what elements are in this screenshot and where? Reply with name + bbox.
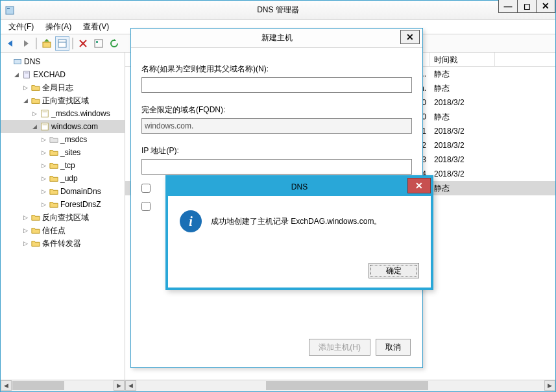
up-button[interactable]	[40, 36, 54, 51]
tree-label: windows.com	[51, 122, 98, 131]
msgbox-title: DNS	[291, 182, 308, 191]
tree-node-sub-msdcs[interactable]: ▷_msdcs	[1, 133, 125, 146]
name-label: 名称(如果为空则使用其父域名称)(N):	[141, 64, 412, 75]
svg-rect-6	[58, 40, 66, 47]
tree: DNS ◢EXCHAD ▷全局日志 ◢正向查找区域 ▷_msdcs.window…	[1, 55, 125, 250]
menu-view[interactable]: 查看(V)	[78, 20, 114, 34]
folder-icon	[30, 95, 41, 106]
close-button[interactable]: ✕	[536, 0, 555, 13]
tree-label: _udp	[60, 174, 78, 183]
tree-node-dns[interactable]: DNS	[1, 55, 125, 68]
tree-node-revzones[interactable]: ▷反向查找区域	[1, 211, 125, 224]
svg-rect-18	[42, 123, 49, 130]
scroll-left-button[interactable]: ◀	[125, 380, 136, 391]
tree-label: _sites	[60, 148, 80, 157]
scroll-right-button[interactable]: ▶	[544, 380, 555, 391]
msgbox-body: i 成功地创建了主机记录 ExchDAG.windows.com。	[168, 196, 431, 247]
dialog-buttons: 添加主机(H) 取消	[309, 339, 411, 356]
ip-label: IP 地址(P):	[141, 145, 412, 156]
separator	[72, 38, 73, 49]
msgbox-buttons: 确定	[369, 263, 419, 278]
delete-button[interactable]	[76, 36, 90, 51]
scroll-track[interactable]	[12, 380, 114, 391]
tree-node-fwdzones[interactable]: ◢正向查找区域	[1, 94, 125, 107]
scroll-thumb[interactable]	[12, 381, 64, 390]
forward-button[interactable]	[19, 36, 33, 51]
cell-timestamp: 静态	[430, 69, 495, 80]
name-input[interactable]	[141, 77, 412, 93]
menu-action[interactable]: 操作(A)	[40, 20, 77, 34]
cell-timestamp: 2018/3/2	[430, 155, 495, 164]
tree-label: DNS	[24, 57, 40, 66]
zone-icon	[40, 121, 50, 132]
scroll-right-button[interactable]: ▶	[114, 380, 125, 391]
folder-grey-icon	[49, 134, 59, 145]
tree-node-sub-domaindns[interactable]: ▷DomainDns	[1, 185, 125, 198]
allow-checkbox[interactable]	[141, 202, 151, 211]
tree-label: EXCHAD	[33, 70, 66, 79]
svg-marker-3	[24, 40, 29, 47]
info-icon: i	[180, 210, 202, 232]
refresh2-button[interactable]	[107, 36, 121, 51]
back-button[interactable]	[3, 36, 18, 51]
tree-node-sub-sites[interactable]: ▷_sites	[1, 146, 125, 159]
horizontal-scrollbar: ◀ ▶ ◀ ▶	[1, 380, 555, 391]
svg-rect-4	[43, 42, 51, 47]
minimize-button[interactable]: —	[498, 0, 518, 13]
properties-button[interactable]	[55, 36, 69, 51]
msgbox-text: 成功地创建了主机记录 ExchDAG.windows.com。	[211, 216, 381, 227]
add-host-button[interactable]: 添加主机(H)	[309, 339, 370, 356]
cell-timestamp: 2018/3/2	[430, 127, 495, 136]
tree-node-sub-tcp[interactable]: ▷_tcp	[1, 159, 125, 172]
tree-label: _msdcs.windows	[51, 109, 110, 118]
ip-input[interactable]	[141, 159, 412, 175]
tree-node-sub-udp[interactable]: ▷_udp	[1, 172, 125, 185]
refresh-button[interactable]	[91, 36, 106, 51]
col-header-timestamp[interactable]: 时间戳	[430, 53, 495, 66]
svg-rect-16	[42, 110, 49, 117]
cancel-button[interactable]: 取消	[376, 339, 411, 356]
tree-label: 正向查找区域	[42, 95, 89, 106]
dialog-titlebar: 新建主机 ✕	[131, 29, 422, 48]
tree-node-trust[interactable]: ▷信任点	[1, 224, 125, 237]
svg-marker-12	[114, 39, 116, 41]
svg-rect-14	[24, 71, 30, 79]
tree-node-sub-forestdns[interactable]: ▷ForestDnsZ	[1, 198, 125, 211]
tree-label: 全局日志	[42, 82, 73, 93]
ptr-checkbox[interactable]	[141, 184, 151, 193]
svg-rect-1	[7, 8, 10, 9]
svg-marker-5	[44, 39, 49, 42]
folder-icon	[49, 147, 59, 158]
folder-icon	[49, 160, 59, 171]
tree-node-windows-zone[interactable]: ◢windows.com	[1, 120, 125, 133]
menu-file[interactable]: 文件(F)	[3, 20, 39, 34]
maximize-button[interactable]: ◻	[517, 0, 537, 13]
cell-timestamp: 静态	[430, 83, 495, 94]
scroll-track[interactable]	[136, 380, 544, 391]
msgbox-close-button[interactable]: ✕	[407, 178, 431, 193]
svg-rect-13	[14, 60, 21, 64]
folder-icon	[30, 225, 41, 236]
tree-node-globallog[interactable]: ▷全局日志	[1, 81, 125, 94]
window-buttons: — ◻ ✕	[499, 0, 555, 13]
server-icon	[21, 69, 32, 80]
ok-button[interactable]: 确定	[369, 263, 419, 278]
tree-node-msdcs-zone[interactable]: ▷_msdcs.windows	[1, 107, 125, 120]
tree-node-condfwd[interactable]: ▷条件转发器	[1, 237, 125, 250]
cell-timestamp: 2018/3/2	[430, 98, 495, 107]
cell-timestamp: 静态	[430, 183, 495, 194]
folder-icon	[30, 212, 41, 223]
tree-label: 信任点	[42, 225, 66, 236]
fqdn-input[interactable]	[141, 118, 412, 134]
zone-icon	[40, 108, 50, 119]
scroll-thumb[interactable]	[266, 381, 428, 390]
cell-timestamp: 2018/3/2	[430, 169, 495, 178]
cell-timestamp: 静态	[430, 112, 495, 123]
tree-node-server[interactable]: ◢EXCHAD	[1, 68, 125, 81]
tree-label: 条件转发器	[42, 238, 81, 249]
scroll-left-button[interactable]: ◀	[1, 380, 12, 391]
fqdn-label: 完全限定的域名(FQDN):	[141, 104, 412, 116]
message-box: DNS ✕ i 成功地创建了主机记录 ExchDAG.windows.com。 …	[165, 175, 433, 290]
tree-label: ForestDnsZ	[60, 200, 101, 209]
dialog-close-button[interactable]: ✕	[400, 30, 420, 44]
